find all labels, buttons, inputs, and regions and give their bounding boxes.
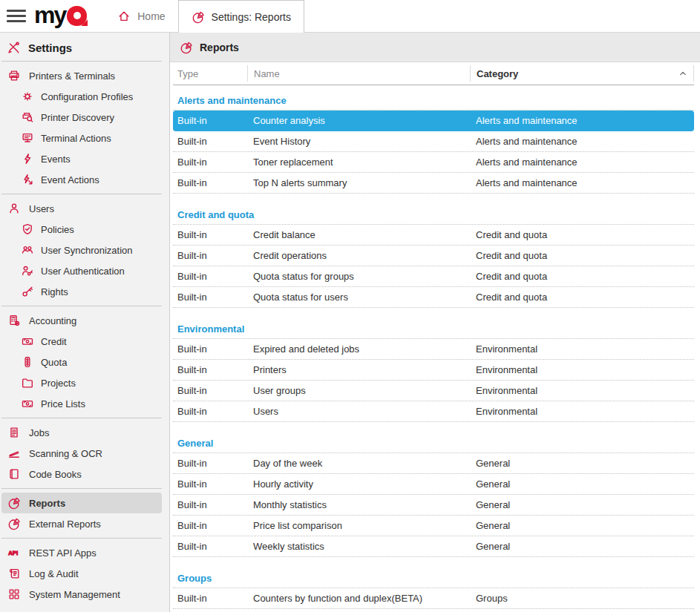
sidebar-item-configuration-profiles[interactable]: Configuration Profiles	[1, 86, 162, 107]
menu-icon[interactable]	[7, 10, 26, 22]
report-category-cell: General	[470, 541, 694, 552]
report-type-cell: Built-in	[173, 499, 247, 510]
report-type-cell: Built-in	[173, 343, 247, 355]
sidebar-item-events[interactable]: Events	[1, 148, 162, 169]
report-row-credit-operations[interactable]: Built-in Credit operations Credit and qu…	[173, 246, 694, 266]
page-title: Reports	[200, 42, 239, 53]
report-category-cell: General	[470, 458, 694, 469]
pie-chart-icon	[7, 496, 21, 510]
report-row-toner-replacement[interactable]: Built-in Toner replacement Alerts and ma…	[173, 152, 694, 173]
report-row-credit-balance[interactable]: Built-in Credit balance Credit and quota	[173, 225, 694, 246]
sidebar-item-label: Quota	[41, 357, 67, 368]
sidebar-item-policies[interactable]: Policies	[1, 219, 162, 240]
table-body: Alerts and maintenance Built-in Counter …	[173, 91, 694, 609]
sidebar-item-scanning-ocr[interactable]: Scanning & OCR	[1, 443, 162, 464]
report-name-cell: Expired and deleted jobs	[247, 343, 470, 355]
report-category-cell: Alerts and maintenance	[470, 136, 694, 147]
sidebar-item-rest-api-apps[interactable]: REST API Apps	[1, 542, 162, 563]
logo-q-blob	[67, 6, 87, 26]
sidebar-item-log-audit[interactable]: Log & Audit	[1, 563, 162, 584]
report-row-users[interactable]: Built-in Users Environmental	[173, 401, 694, 422]
sidebar-item-label: REST API Apps	[29, 547, 97, 559]
sidebar-item-code-books[interactable]: Code Books	[1, 464, 162, 484]
myq-logo[interactable]: my	[34, 0, 87, 32]
sidebar-item-label: Event Actions	[41, 174, 99, 185]
traffic-light-icon	[21, 355, 34, 369]
report-name-cell: Counters by function and duplex(BETA)	[247, 593, 470, 604]
sidebar-item-user-synchronization[interactable]: User Synchronization	[1, 240, 162, 260]
sidebar-item-label: Printers & Terminals	[29, 70, 115, 82]
report-row-top-n-alerts-summary[interactable]: Built-in Top N alerts summary Alerts and…	[173, 173, 694, 194]
report-row-quota-status-for-groups[interactable]: Built-in Quota status for groups Credit …	[173, 266, 694, 287]
scroll-icon	[7, 567, 21, 580]
column-header-type[interactable]: Type	[173, 65, 247, 82]
report-type-cell: Built-in	[173, 229, 247, 240]
category-group-label: Credit and quota	[177, 209, 254, 220]
report-row-quota-status-for-users[interactable]: Built-in Quota status for users Credit a…	[173, 287, 694, 308]
report-row-counter-analysis[interactable]: Built-in Counter analysis Alerts and mai…	[173, 111, 694, 131]
sidebar-item-label: Scanning & OCR	[29, 448, 102, 459]
report-name-cell: Top N alerts summary	[247, 177, 470, 188]
report-category-cell: Environmental	[470, 406, 694, 417]
sidebar-item-system-management[interactable]: System Management	[1, 584, 162, 605]
report-row-printers[interactable]: Built-in Printers Environmental	[173, 360, 694, 381]
printer-icon	[7, 69, 21, 82]
report-type-cell: Built-in	[173, 478, 247, 490]
report-name-cell: Quota status for users	[247, 292, 470, 303]
report-row-counters-by-function-and-duplex-beta[interactable]: Built-in Counters by function and duplex…	[173, 588, 694, 609]
reports-table: Type Name Category Alerts and maintenanc…	[173, 62, 694, 612]
sidebar-group: Reports External Reports	[1, 488, 162, 538]
column-header-name[interactable]: Name	[247, 65, 470, 82]
report-type-cell: Built-in	[173, 177, 247, 188]
sidebar-item-printer-discovery[interactable]: Printer Discovery	[1, 107, 162, 128]
report-category-cell: Alerts and maintenance	[470, 157, 694, 168]
sidebar-item-external-reports[interactable]: External Reports	[1, 513, 162, 534]
report-row-day-of-the-week[interactable]: Built-in Day of the week General	[173, 453, 694, 474]
report-row-monthly-statistics[interactable]: Built-in Monthly statistics General	[173, 495, 694, 516]
report-name-cell: Counter analysis	[247, 115, 470, 126]
column-header-category[interactable]: Category	[470, 65, 694, 82]
report-name-cell: Credit balance	[247, 229, 470, 240]
sidebar-item-event-actions[interactable]: Event Actions	[1, 169, 162, 190]
report-row-user-groups[interactable]: Built-in User groups Environmental	[173, 381, 694, 401]
sidebar-item-label: Reports	[29, 498, 65, 509]
terminal-icon	[21, 131, 34, 145]
pie-chart-icon	[7, 517, 21, 530]
sidebar-item-projects[interactable]: Projects	[1, 372, 162, 393]
report-row-expired-and-deleted-jobs[interactable]: Built-in Expired and deleted jobs Enviro…	[173, 339, 694, 360]
sidebar-item-jobs[interactable]: Jobs	[1, 422, 162, 443]
home-icon	[117, 10, 131, 23]
sidebar-item-credit[interactable]: Credit	[1, 331, 162, 352]
sidebar-item-label: System Management	[29, 589, 120, 600]
report-name-cell: Credit operations	[247, 250, 470, 261]
printer-search-icon	[21, 111, 34, 124]
sidebar-item-printers-terminals[interactable]: Printers & Terminals	[1, 65, 162, 86]
sidebar-item-users[interactable]: Users	[1, 198, 162, 219]
sidebar-item-quota[interactable]: Quota	[1, 352, 162, 372]
report-type-cell: Built-in	[173, 541, 247, 552]
sidebar-item-label: Projects	[41, 378, 76, 389]
sidebar-item-price-lists[interactable]: Price Lists	[1, 393, 162, 414]
report-row-weekly-statistics[interactable]: Built-in Weekly statistics General	[173, 536, 694, 557]
report-name-cell: Monthly statistics	[247, 499, 470, 510]
category-group-header-credit-and-quota: Credit and quota	[173, 205, 694, 225]
category-group-label: General	[177, 438, 213, 449]
sidebar-item-terminal-actions[interactable]: Terminal Actions	[1, 128, 162, 148]
report-name-cell: Price list comparison	[247, 520, 470, 531]
sidebar-item-reports[interactable]: Reports	[1, 493, 162, 513]
scanner-icon	[7, 447, 21, 460]
sidebar-item-label: Users	[29, 203, 54, 214]
gear-icon	[21, 90, 34, 103]
tab-home[interactable]: Home	[105, 0, 177, 32]
topbar: my Home Settings: Reports	[0, 0, 700, 33]
tab-settings-reports[interactable]: Settings: Reports	[178, 0, 304, 33]
sidebar-item-user-authentication[interactable]: User Authentication	[1, 260, 162, 281]
report-category-cell: Credit and quota	[470, 292, 694, 303]
sidebar-item-rights[interactable]: Rights	[1, 281, 162, 302]
report-row-event-history[interactable]: Built-in Event History Alerts and mainte…	[173, 131, 694, 152]
report-row-hourly-activity[interactable]: Built-in Hourly activity General	[173, 474, 694, 495]
sidebar-item-accounting[interactable]: Accounting	[1, 310, 162, 331]
report-row-price-list-comparison[interactable]: Built-in Price list comparison General	[173, 516, 694, 536]
sidebar-item-label: Configuration Profiles	[41, 91, 133, 102]
report-type-cell: Built-in	[173, 520, 247, 531]
